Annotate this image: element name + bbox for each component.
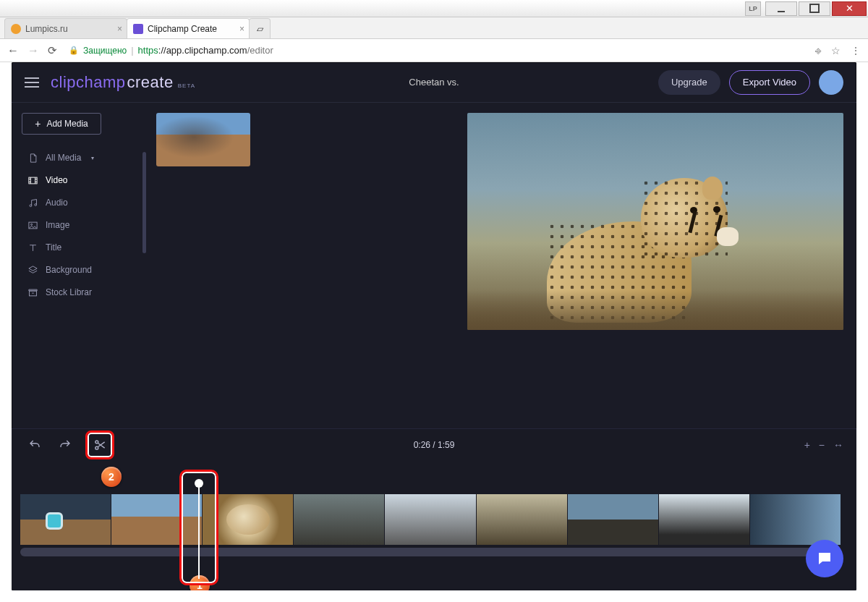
- svg-point-1: [30, 204, 32, 206]
- clipchamp-app: clipchampcreate BETA Cheetan vs. Upgrade…: [12, 62, 856, 590]
- forward-button[interactable]: →: [27, 44, 39, 57]
- image-icon: [27, 220, 38, 231]
- timeline-scrollbar[interactable]: [20, 548, 841, 556]
- user-avatar[interactable]: [819, 70, 843, 95]
- url-path: /editor: [247, 45, 273, 56]
- svg-point-7: [95, 446, 98, 449]
- sidebar-item-background[interactable]: Background: [22, 260, 142, 280]
- timeline-track[interactable]: [20, 494, 841, 545]
- timeline-clip[interactable]: [750, 494, 841, 545]
- sidebar-item-label: All Media: [46, 153, 81, 163]
- browser-toolbar: ← → ⟳ 🔒 Защищено | https://app.clipchamp…: [0, 39, 868, 62]
- project-title[interactable]: Cheetan vs.: [409, 77, 459, 88]
- sidebar-item-label: Video: [46, 175, 67, 185]
- window-maximize-button[interactable]: [799, 1, 830, 16]
- translate-icon[interactable]: ⎆: [815, 45, 821, 56]
- tab-clipchamp[interactable]: Clipchamp Create ×: [127, 18, 250, 38]
- sidebar-item-image[interactable]: Image: [22, 215, 142, 235]
- chrome-menu-icon[interactable]: ⋮: [851, 45, 861, 56]
- playhead-handle[interactable]: [195, 479, 203, 488]
- timeline-clip[interactable]: [20, 494, 111, 545]
- sidebar-item-all-media[interactable]: All Media ▾: [22, 148, 142, 168]
- timeline-panel: 0:26 / 1:59 + − ↔: [12, 428, 856, 590]
- browser-tabstrip: Lumpics.ru × Clipchamp Create × ▱: [0, 17, 868, 39]
- timeline-clip[interactable]: [385, 494, 475, 545]
- sidebar-item-stock-library[interactable]: Stock Librar: [22, 282, 142, 302]
- sidebar-scrollbar[interactable]: [142, 152, 146, 253]
- window-minimize-button[interactable]: [765, 1, 797, 16]
- sidebar-item-title[interactable]: Title: [22, 237, 142, 258]
- brand-part1: clipchamp: [51, 73, 126, 92]
- tab-close-icon[interactable]: ×: [239, 24, 244, 34]
- timeline-clip[interactable]: [477, 494, 567, 545]
- type-icon: [27, 242, 38, 253]
- url-scheme: https: [138, 45, 158, 56]
- plus-icon: +: [35, 118, 41, 130]
- undo-button[interactable]: [25, 435, 45, 455]
- sidebar-item-audio[interactable]: Audio: [22, 192, 142, 213]
- media-thumbnail[interactable]: [156, 113, 250, 166]
- sidebar-item-label: Stock Librar: [46, 287, 92, 297]
- zoom-fit-button[interactable]: ↔: [833, 439, 843, 451]
- layers-icon: [27, 265, 38, 276]
- back-button[interactable]: ←: [7, 44, 19, 57]
- annotation-badge-2: 2: [101, 467, 122, 487]
- tab-label: Clipchamp Create: [148, 24, 217, 34]
- timeline-clip[interactable]: [294, 494, 384, 545]
- redo-button[interactable]: [55, 435, 75, 455]
- app-header: clipchampcreate BETA Cheetan vs. Upgrade…: [12, 62, 856, 103]
- address-bar[interactable]: 🔒 Защищено | https://app.clipchamp.com/e…: [66, 39, 807, 62]
- tab-label: Lumpics.ru: [25, 24, 68, 34]
- brand-part2: create: [127, 73, 174, 92]
- timeline-clip[interactable]: [111, 494, 202, 545]
- sidebar-item-label: Image: [46, 220, 69, 230]
- window-close-button[interactable]: [832, 1, 867, 16]
- lumpics-favicon-icon: [11, 24, 21, 34]
- media-bin[interactable]: [156, 113, 466, 428]
- timeline-clip[interactable]: [568, 494, 658, 545]
- tab-lumpics[interactable]: Lumpics.ru ×: [4, 18, 127, 38]
- add-media-button[interactable]: + Add Media: [22, 113, 101, 135]
- chevron-down-icon: ▾: [91, 155, 94, 161]
- add-media-label: Add Media: [46, 119, 88, 129]
- zoom-in-button[interactable]: +: [804, 439, 810, 451]
- intercom-chat-button[interactable]: [806, 540, 843, 577]
- media-sidebar: + Add Media All Media ▾ Video: [12, 103, 142, 428]
- file-icon: [27, 153, 38, 164]
- sidebar-item-label: Background: [46, 265, 92, 275]
- new-tab-button[interactable]: ▱: [249, 18, 271, 38]
- sidebar-item-label: Audio: [46, 198, 68, 208]
- sidebar-item-video[interactable]: Video: [22, 170, 142, 190]
- reload-button[interactable]: ⟳: [48, 44, 57, 57]
- upgrade-button[interactable]: Upgrade: [658, 70, 720, 95]
- brand-logo: clipchampcreate BETA: [51, 73, 195, 92]
- timeline-toolbar: 0:26 / 1:59 + − ↔: [12, 429, 856, 461]
- zoom-out-button[interactable]: −: [819, 439, 825, 451]
- export-video-button[interactable]: Export Video: [729, 70, 810, 95]
- archive-icon: [27, 287, 38, 298]
- timeline-clip[interactable]: [203, 494, 293, 545]
- video-preview[interactable]: [467, 113, 843, 330]
- bookmark-star-icon[interactable]: ☆: [831, 45, 841, 56]
- film-icon: [27, 175, 38, 186]
- music-icon: [27, 198, 38, 208]
- tab-close-icon[interactable]: ×: [117, 24, 122, 34]
- svg-point-4: [31, 224, 33, 225]
- svg-point-6: [95, 441, 98, 444]
- secure-label: Защищено: [83, 46, 127, 56]
- annotation-badge-1: 1: [190, 575, 210, 590]
- svg-point-2: [35, 203, 37, 205]
- lock-icon: 🔒: [69, 46, 79, 55]
- sidebar-item-label: Title: [46, 242, 61, 253]
- lp-badge: LP: [745, 1, 761, 16]
- clipchamp-favicon-icon: [133, 24, 143, 34]
- beta-badge: BETA: [178, 82, 195, 89]
- menu-button[interactable]: [25, 77, 39, 88]
- svg-rect-0: [29, 177, 37, 184]
- url-host: ://app.clipchamp.com: [158, 45, 247, 56]
- split-clip-button[interactable]: [85, 431, 114, 459]
- timeline-clip[interactable]: [659, 494, 749, 545]
- window-titlebar: LP: [0, 0, 868, 17]
- timecode-display: 0:26 / 1:59: [414, 440, 455, 450]
